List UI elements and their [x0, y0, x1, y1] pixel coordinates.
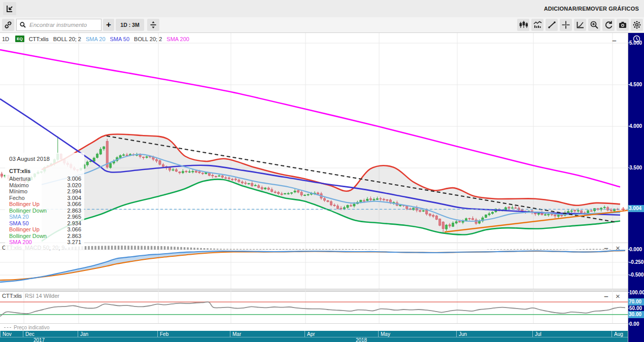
settings-gear-icon[interactable] — [631, 19, 643, 31]
timeframe-label: 1D — [2, 36, 9, 42]
link-icon[interactable] — [2, 19, 14, 31]
time-axis-tick — [78, 331, 78, 337]
legend-item[interactable]: SMA 20 — [86, 36, 106, 42]
macd-axis-label: -0.250 — [628, 259, 644, 265]
main-chart-legend: 1D EQ CTT:xlisBOLL 20; 2SMA 20SMA 50BOLL… — [2, 36, 194, 42]
time-axis-month-label: Mar — [232, 331, 241, 337]
macd-panel-close-button[interactable]: × — [614, 245, 622, 253]
dock-window-icon[interactable] — [3, 2, 16, 15]
time-axis-years: 20172018 — [0, 337, 628, 342]
crosshair-icon[interactable] — [560, 19, 572, 31]
settings-gear-icon-glyph — [632, 20, 641, 29]
axis-settings-icon[interactable] — [574, 19, 586, 31]
time-axis[interactable]: NovDecJanFebMarAprMayJunJulAug 20172018 — [0, 331, 628, 342]
macd-axis-label: -0.500 — [628, 271, 644, 278]
tooltip-row: SMA 502.934 — [9, 220, 81, 227]
period-selector-button[interactable]: 1D : 3M — [116, 19, 144, 31]
rsi-axis-label: 0.00 — [628, 321, 644, 327]
snapshot-icon[interactable] — [617, 19, 629, 31]
tooltip-date: 03 August 2018 — [9, 156, 81, 162]
title-bar: ADICIONAR/REMOVER GRÁFICOS — [0, 0, 644, 17]
tooltip-symbol: CTT:xlis — [9, 168, 81, 174]
add-chart-button[interactable]: + — [103, 19, 114, 31]
legend-item[interactable]: CTT:xlis — [29, 36, 49, 42]
rsi-axis-label: 50.00 — [628, 305, 644, 312]
time-axis-tick — [612, 331, 612, 337]
time-axis-month-label: Jun — [459, 331, 467, 337]
reset-zoom-icon[interactable] — [602, 19, 615, 31]
time-axis-month-label: Feb — [160, 331, 168, 337]
time-axis-month-label: Dec — [25, 331, 35, 337]
tooltip-row: SMA 2003.271 — [9, 239, 81, 246]
drawing-line-icon[interactable] — [546, 19, 558, 31]
rsi-panel-minimize-button[interactable]: – — [602, 293, 610, 301]
dock-window-glyph — [6, 5, 14, 13]
chart-toolbar: + 1D : 3M — [0, 17, 644, 33]
main-panel-minimize-button[interactable]: – — [611, 38, 618, 45]
tooltip-row: Máximo3.020 — [9, 182, 81, 189]
rsi-panel-close-button[interactable]: × — [614, 293, 622, 301]
rsi-panel-chart[interactable] — [0, 291, 628, 323]
chart-type-icon[interactable] — [517, 19, 529, 31]
price-axis[interactable]: 5.0004.5004.0003.5003.0040.000-0.250-0.5… — [628, 33, 644, 342]
rsi-panel-header: CTT:xlisRSI 14 Wilder — [2, 293, 59, 299]
tooltip-row: Bollinger Up3.066 — [9, 201, 81, 208]
legend-item[interactable]: SMA 50 — [110, 36, 130, 42]
tooltip-row: Bollinger Down2.863 — [9, 208, 81, 214]
tooltip-row: Abertura3.006 — [9, 176, 81, 182]
time-axis-year-label: 2018 — [356, 337, 367, 342]
time-axis-month-label: Apr — [307, 331, 315, 337]
footer-legend: Preço indicativo — [0, 323, 628, 331]
indicative-price-label: Preço indicativo — [14, 325, 50, 330]
zoom-in-icon-glyph — [590, 20, 599, 29]
indicators-icon[interactable] — [531, 19, 544, 31]
time-axis-months: NovDecJanFebMarAprMayJunJulAug — [0, 331, 628, 337]
chart-area: 1D EQ CTT:xlisBOLL 20; 2SMA 20SMA 50BOLL… — [0, 32, 644, 342]
time-axis-month-label: Aug — [614, 331, 623, 337]
ohlc-tooltip: 03 August 2018 CTT:xlis Abertura3.006Máx… — [5, 153, 84, 250]
tooltip-row: Bollinger Down2.863 — [9, 233, 81, 240]
macd-panel-chart[interactable] — [0, 243, 628, 289]
tooltip-row: Mínimo2.994 — [9, 188, 81, 195]
split-view-icon[interactable] — [147, 19, 159, 31]
macd-panel-minimize-button[interactable]: – — [602, 245, 610, 253]
price-axis-label: 5.000 — [628, 40, 644, 46]
time-axis-tick — [0, 331, 1, 337]
search-icon — [19, 21, 26, 28]
chart-type-icon-glyph — [519, 20, 528, 29]
link-glyph — [4, 21, 12, 29]
time-axis-year-label: 2017 — [33, 337, 45, 342]
time-axis-month-label: May — [381, 331, 390, 337]
legend-item[interactable]: BOLL 20; 2 — [53, 36, 81, 42]
rsi-symbol-label: CTT:xlis — [2, 293, 22, 299]
axis-settings-icon-glyph — [575, 20, 585, 29]
time-axis-tick — [456, 331, 457, 337]
snapshot-icon-glyph — [618, 20, 627, 29]
time-axis-tick — [532, 331, 533, 337]
legend-item[interactable]: BOLL 20; 2 — [134, 36, 162, 42]
crosshair-icon-glyph — [561, 20, 570, 29]
macd-axis-label: 0.000 — [628, 246, 644, 253]
main-price-chart[interactable] — [0, 33, 628, 243]
trading-chart-window: { "titlebar": { "add_remove_label": "ADI… — [0, 0, 644, 342]
time-axis-month-label: Jul — [535, 331, 541, 337]
time-axis-tick — [378, 331, 379, 337]
split-view-glyph — [149, 21, 157, 29]
drawing-line-icon-glyph — [547, 20, 556, 29]
price-axis-label: 4.500 — [628, 81, 644, 88]
time-axis-tick — [230, 331, 230, 337]
price-axis-label: 3.500 — [628, 164, 644, 171]
time-axis-tick — [23, 331, 23, 337]
time-axis-month-label: Jan — [80, 331, 88, 337]
last-price-tag: 3.004 — [628, 205, 644, 212]
rsi-threshold-tag: 30.00 — [628, 311, 644, 318]
zoom-in-icon[interactable] — [588, 19, 600, 31]
price-axis-label: 4.000 — [628, 123, 644, 129]
indicative-price-dash-icon — [4, 327, 11, 328]
reset-zoom-icon-glyph — [604, 20, 613, 29]
search-input[interactable] — [28, 21, 110, 28]
tooltip-row: Bollinger Up3.066 — [9, 226, 81, 233]
time-axis-month-label: Nov — [3, 331, 12, 337]
add-remove-charts-button[interactable]: ADICIONAR/REMOVER GRÁFICOS — [544, 0, 639, 17]
legend-item[interactable]: SMA 200 — [166, 36, 189, 42]
